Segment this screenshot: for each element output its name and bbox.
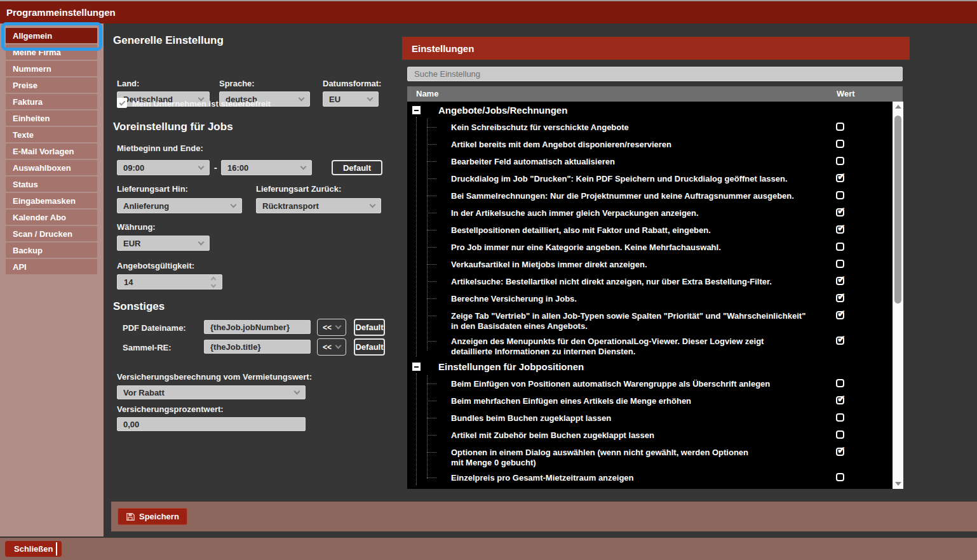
- tree-branch-line: [427, 341, 436, 342]
- spinner-arrows-icon[interactable]: [212, 277, 215, 287]
- window-title: Programmeinstellungen: [6, 7, 116, 18]
- setting-checkbox[interactable]: ✔: [836, 208, 844, 217]
- settings-scrollbar[interactable]: [893, 102, 903, 489]
- setting-label: Bundles beim Buchen zugeklappt lassen: [451, 410, 611, 423]
- check-icon: ✔: [837, 206, 846, 215]
- setting-row: Verkaufsartikel in Mietjobs immer direkt…: [407, 256, 893, 273]
- setting-label: Einzelpreis pro Gesamt-Mietzeitraum anze…: [451, 469, 634, 483]
- setting-checkbox[interactable]: ✔: [836, 174, 844, 182]
- setting-label: In der Artikelsuche auch immer gleich Ve…: [451, 204, 699, 218]
- save-button[interactable]: Speichern: [118, 508, 187, 525]
- land-label: Land:: [117, 79, 139, 88]
- tree-branch-line: [427, 161, 436, 162]
- setting-label: Bei Sammelrechnungen: Nur die Projektnum…: [451, 187, 794, 201]
- pdf-insert-placeholder-button[interactable]: <<: [317, 319, 346, 336]
- tax-exempt-checkbox[interactable]: [117, 98, 127, 108]
- sammel-re-field[interactable]: [204, 340, 311, 354]
- sidebar-item-nummern[interactable]: Nummern: [6, 61, 97, 76]
- setting-checkbox[interactable]: [836, 243, 844, 251]
- setting-checkbox[interactable]: [836, 473, 844, 481]
- tree-branch-line: [427, 401, 436, 401]
- tree-branch-line: [427, 196, 436, 196]
- sammel-default-button[interactable]: Default: [354, 338, 385, 356]
- sidebar-item-backup[interactable]: Backup: [6, 243, 97, 258]
- sidebar-item-scan-drucken[interactable]: Scan / Drucken: [6, 226, 97, 241]
- check-icon: ✔: [837, 309, 846, 318]
- collapse-icon[interactable]: [412, 363, 421, 371]
- setting-label: Zeige Tab "Vertrieb" in allen Job-Typen …: [451, 307, 805, 331]
- setting-label: Kein Schreibschutz für verschickte Angeb…: [451, 119, 629, 133]
- versicherung-select[interactable]: Vor Rabatt: [117, 385, 306, 399]
- setting-checkbox[interactable]: ✔: [836, 311, 844, 319]
- lieferung-zurueck-select[interactable]: Rücktransport: [256, 198, 381, 213]
- pdf-dateiname-field[interactable]: [204, 320, 311, 334]
- tree-branch-line: [427, 435, 436, 436]
- sidebar-item-eingabemasken[interactable]: Eingabemasken: [6, 193, 97, 208]
- setting-checkbox[interactable]: [836, 260, 844, 268]
- check-icon: ✔: [837, 291, 846, 301]
- sidebar-item-kalender-abo[interactable]: Kalender Abo: [6, 210, 97, 225]
- setting-row: Kein Schreibschutz für verschickte Angeb…: [407, 119, 893, 136]
- sidebar-item-allgemein[interactable]: Allgemein: [6, 28, 97, 43]
- sammel-insert-placeholder-button[interactable]: <<: [317, 338, 346, 356]
- sidebar-item-einheiten[interactable]: Einheiten: [6, 110, 97, 126]
- setting-checkbox[interactable]: ✔: [836, 277, 844, 285]
- sidebar-item-preise[interactable]: Preise: [6, 77, 97, 93]
- mietende-select[interactable]: 16:00: [221, 160, 312, 175]
- setting-label: Optionen in einem Dialog auswählen (wenn…: [451, 444, 748, 468]
- chevron-down-icon: [370, 201, 376, 208]
- tree-branch-line: [427, 452, 436, 453]
- setting-label: Bearbeiter Feld automatisch aktualisiere…: [451, 153, 615, 167]
- lieferung-hin-select[interactable]: Anlieferung: [117, 198, 242, 213]
- setting-row: Zeige Tab "Vertrieb" in allen Job-Typen …: [407, 307, 893, 333]
- setting-checkbox[interactable]: [836, 191, 844, 199]
- chevron-down-icon: [198, 163, 205, 170]
- check-icon: ✔: [837, 274, 846, 284]
- bottom-bar: Schließen: [0, 538, 977, 560]
- setting-checkbox[interactable]: ✔: [836, 294, 844, 302]
- scroll-down-icon[interactable]: [895, 482, 901, 486]
- setting-label: Artikel mit Zubehör beim Buchen zugeklap…: [451, 427, 654, 441]
- check-icon: ✔: [837, 223, 846, 232]
- setting-checkbox[interactable]: ✔: [836, 225, 844, 234]
- sidebar-item-status[interactable]: Status: [6, 177, 97, 192]
- waehrung-select[interactable]: EUR: [117, 236, 210, 251]
- pdf-dateiname-label: PDF Dateiname:: [123, 323, 186, 333]
- pdf-default-button[interactable]: Default: [354, 319, 385, 336]
- angebotsgueltigkeit-stepper[interactable]: 14: [117, 274, 222, 290]
- setting-checkbox[interactable]: [836, 123, 844, 131]
- setting-checkbox[interactable]: [836, 140, 844, 148]
- sidebar-item-texte[interactable]: Texte: [6, 127, 97, 142]
- collapse-icon[interactable]: [412, 106, 421, 114]
- sidebar-item-faktura[interactable]: Faktura: [6, 94, 97, 109]
- setting-checkbox[interactable]: [836, 157, 844, 165]
- chevron-down-icon: [300, 163, 307, 170]
- range-separator: -: [214, 163, 217, 173]
- sidebar-item-auswahlboxen[interactable]: Auswahlboxen: [6, 160, 97, 175]
- setting-checkbox[interactable]: ✔: [836, 448, 844, 456]
- setting-row: Beim mehrfachen Einfügen eines Artikels …: [407, 392, 893, 410]
- main-panel: Generelle Einstellung Land: Sprache: Dat…: [104, 23, 977, 538]
- column-name: Name: [416, 89, 438, 98]
- datumsformat-select[interactable]: EU: [323, 91, 379, 107]
- miet-default-button[interactable]: Default: [332, 160, 382, 175]
- scroll-up-icon[interactable]: [895, 105, 901, 109]
- setting-checkbox[interactable]: ✔: [836, 337, 844, 345]
- close-button[interactable]: Schließen: [5, 541, 62, 557]
- settings-panel-title: Einstellungen: [412, 43, 474, 54]
- tree-branch-line: [427, 264, 436, 265]
- setting-checkbox[interactable]: [836, 413, 844, 422]
- setting-checkbox[interactable]: ✔: [836, 396, 844, 404]
- mietbeginn-select[interactable]: 09:00: [117, 160, 210, 175]
- setting-checkbox[interactable]: [836, 379, 844, 387]
- sidebar-item-meine-firma[interactable]: Meine Firma: [6, 44, 97, 60]
- scrollbar-thumb[interactable]: [894, 116, 901, 303]
- setting-row: Artikel mit Zubehör beim Buchen zugeklap…: [407, 427, 893, 444]
- setting-checkbox[interactable]: [836, 430, 844, 439]
- sidebar-item-e-mail-vorlagen[interactable]: E-Mail Vorlagen: [6, 143, 97, 159]
- prozentwert-field[interactable]: [117, 417, 306, 431]
- settings-search-input[interactable]: [407, 67, 903, 81]
- sidebar-item-api[interactable]: API: [6, 259, 97, 274]
- sidebar: AllgemeinMeine FirmaNummernPreiseFaktura…: [0, 23, 104, 537]
- setting-row: Berechne Versicherung in Jobs.✔: [407, 290, 893, 307]
